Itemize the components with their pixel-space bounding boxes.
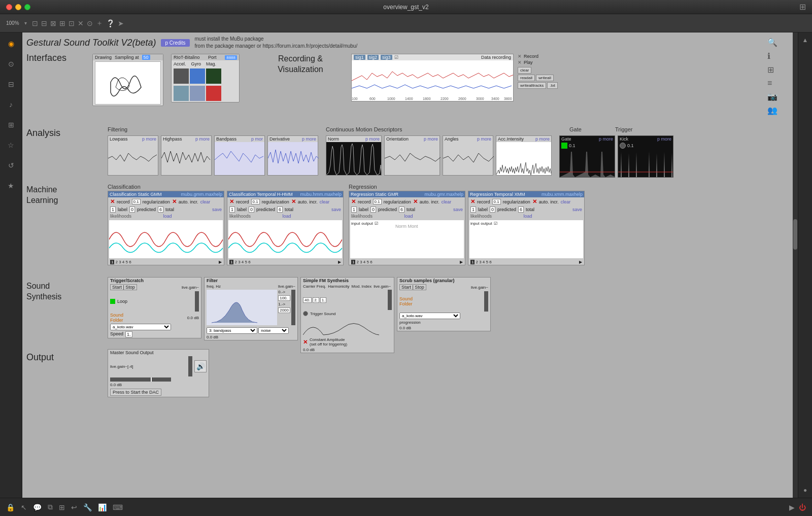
- master-gain-slider[interactable]: [188, 356, 192, 376]
- chart-icon[interactable]: 📊: [98, 503, 107, 511]
- gate-label: Gate: [569, 126, 582, 132]
- grid-icon[interactable]: ⊞: [767, 65, 777, 75]
- sidebar-icon-8[interactable]: ★: [4, 179, 18, 193]
- speaker-icon[interactable]: 🔊: [194, 360, 207, 372]
- hmm-waveform: [228, 220, 342, 258]
- svg-text:1800: 1800: [423, 97, 431, 100]
- svg-text:3000: 3000: [476, 97, 484, 100]
- grid2-icon[interactable]: ⊞: [59, 503, 65, 511]
- gst-notice: must install the MuBu package from the p…: [195, 36, 358, 50]
- toolbar: 100% ▾ ⊡ ⊟ ⊠ ⊞ ⊡ ✕ ⊙ ＋ ❔ ➤: [0, 14, 812, 32]
- gain-slider-4[interactable]: [484, 291, 488, 312]
- undo-icon[interactable]: ↩: [71, 503, 77, 511]
- writealltracks-button[interactable]: writealltracks: [518, 82, 546, 89]
- maximize-button[interactable]: [24, 4, 30, 10]
- record-controls: ✕ Record ✕ Play clear readall writeall w…: [518, 54, 558, 89]
- sidebar-icon-2[interactable]: ⊙: [4, 57, 18, 71]
- color-swatch-5: [190, 86, 205, 101]
- lowpass-more[interactable]: p more: [142, 136, 156, 142]
- info-icon[interactable]: ℹ: [767, 51, 777, 61]
- svg-text:2200: 2200: [441, 97, 449, 100]
- angles-more[interactable]: p more: [477, 136, 491, 142]
- toolbar-icon-7[interactable]: ⊙: [87, 19, 93, 27]
- output-label: Output: [26, 352, 54, 363]
- derivative-panel: Derivative p more: [267, 135, 318, 176]
- minimize-button[interactable]: [15, 4, 21, 10]
- bandpass-more[interactable]: p mor: [251, 136, 263, 142]
- toolbar-icon-5[interactable]: ⊡: [69, 19, 75, 27]
- sidebar-icon-7[interactable]: ↺: [4, 158, 18, 173]
- derivative-more[interactable]: p more: [302, 136, 316, 142]
- sound-synthesis-label: SoundSynthesis: [26, 281, 61, 302]
- sidebar-icon-5[interactable]: ⊞: [4, 118, 18, 132]
- right-icon-2[interactable]: ●: [803, 487, 807, 494]
- gate-analysis-more[interactable]: p more: [599, 136, 613, 142]
- txt-button[interactable]: .txt: [547, 82, 558, 89]
- toolbar-icon-1[interactable]: ⊡: [32, 19, 38, 27]
- angles-panel: Angles p more: [443, 135, 493, 176]
- wrench-icon[interactable]: 🔧: [83, 503, 92, 511]
- credits-button[interactable]: p Credits: [161, 39, 189, 47]
- right-icon-1[interactable]: ▲: [802, 37, 808, 44]
- svg-text:3800: 3800: [504, 97, 512, 100]
- svg-text:3400: 3400: [491, 97, 499, 100]
- window-title: overview_gst_v2: [383, 4, 428, 11]
- filter-display: [207, 290, 277, 325]
- power-icon[interactable]: ⏻: [799, 503, 806, 511]
- color-swatch-1: [174, 68, 189, 84]
- trigger-scratch-panel: Trigger/Scratch Start | Stop live.gain~ …: [108, 277, 201, 338]
- toolbar-icon-6[interactable]: ✕: [78, 19, 84, 27]
- sidebar-icon-3[interactable]: ⊟: [4, 77, 18, 91]
- scrollbar-thumb[interactable]: [793, 219, 797, 250]
- hmm-help[interactable]: mubu.hmm.maxhelp: [300, 192, 342, 197]
- filter-type-select[interactable]: 3: bandpass: [207, 327, 257, 334]
- acc-more[interactable]: p more: [535, 136, 550, 142]
- comment-icon[interactable]: 💬: [33, 503, 42, 511]
- scrub-file-select[interactable]: a_koto.wav: [399, 313, 460, 319]
- toolbar-icon-8[interactable]: ＋: [96, 19, 103, 28]
- start-dac-button[interactable]: Press to Start the DAC: [110, 389, 161, 396]
- search-icon[interactable]: 🔍: [767, 38, 777, 47]
- scrub-panel: Scrub samples (granular) Start | Stop li…: [397, 277, 491, 331]
- main-layout: ◉ ⊙ ⊟ ♪ ⊞ ☆ ↺ ★ Gestural Sound Toolkit V…: [0, 32, 812, 498]
- readall-button[interactable]: readall: [518, 75, 535, 81]
- camera-icon[interactable]: 📷: [767, 92, 777, 101]
- gain-slider-2[interactable]: [291, 290, 295, 325]
- clear-button[interactable]: clear: [518, 67, 531, 74]
- color-swatch-2: [190, 68, 205, 84]
- toolbar-icon-3[interactable]: ⊠: [50, 19, 56, 27]
- lock-icon[interactable]: 🔒: [6, 503, 15, 511]
- gain-slider-1[interactable]: [195, 291, 199, 312]
- gmr-panel: Regression Static GMR mubu.gmr.maxhelp ✕…: [349, 191, 465, 265]
- play-icon[interactable]: ▶: [789, 503, 795, 511]
- kick-panel: Kick p more 0.1: [618, 135, 673, 178]
- norm-more[interactable]: p more: [365, 136, 380, 142]
- gmm-help[interactable]: mubu.gmm.maxhelp: [181, 192, 222, 197]
- keyboard-icon[interactable]: ⌨: [113, 503, 123, 511]
- people-icon[interactable]: 👥: [767, 106, 777, 115]
- zoom-level[interactable]: 100%: [4, 19, 21, 27]
- toolbar-icon-4[interactable]: ⊞: [59, 19, 65, 27]
- kick-more[interactable]: p more: [657, 136, 671, 142]
- vertical-scrollbar[interactable]: [793, 32, 798, 498]
- orientation-more[interactable]: p more: [424, 136, 438, 142]
- traffic-lights: [6, 4, 30, 10]
- layers-icon[interactable]: ⧉: [48, 503, 53, 511]
- sidebar-icon-4[interactable]: ♪: [4, 97, 18, 112]
- toolbar-icon-9[interactable]: ❔: [106, 19, 115, 27]
- xmm-panel: Regression Temporal XMM mubu.xmm.maxhelp…: [468, 191, 585, 265]
- cursor-icon[interactable]: ↖: [21, 503, 27, 511]
- trigger-file-select[interactable]: a_koto.wav: [110, 324, 171, 330]
- xmm-help[interactable]: mubu.xmm.maxhelp: [542, 192, 583, 197]
- close-button[interactable]: [6, 4, 12, 10]
- sidebar-icon-6[interactable]: ☆: [4, 138, 18, 152]
- toolbar-icon-2[interactable]: ⊟: [41, 19, 47, 27]
- filter-noise-select[interactable]: noise: [258, 327, 289, 334]
- writeall-button[interactable]: writeall: [536, 75, 554, 81]
- list-icon[interactable]: ≡: [767, 79, 777, 88]
- highpass-more[interactable]: p more: [195, 136, 210, 142]
- gain-slider-3[interactable]: [388, 290, 392, 310]
- sidebar-icon-1[interactable]: ◉: [4, 37, 18, 51]
- toolbar-icon-10[interactable]: ➤: [118, 19, 124, 27]
- gmr-help[interactable]: mubu.gmr.maxhelp: [424, 192, 463, 197]
